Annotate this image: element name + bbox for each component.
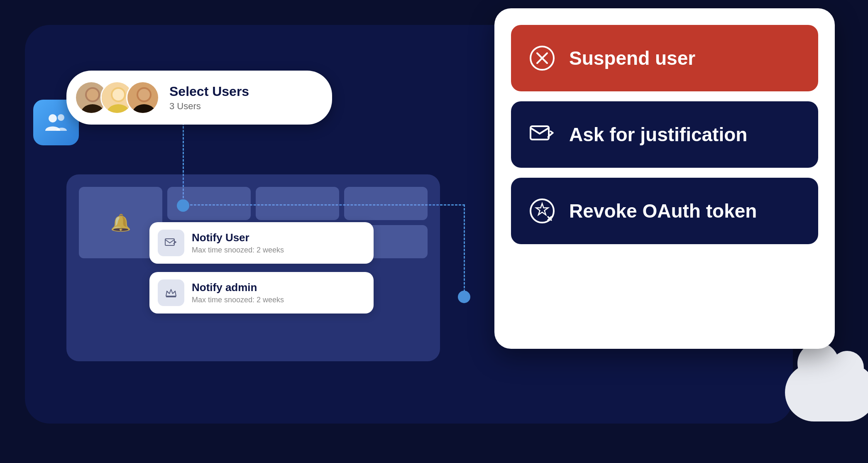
notify-admin-card[interactable]: Notify admin Max time snoozed: 2 weeks <box>149 272 374 314</box>
ask-justification-button[interactable]: Ask for justification <box>511 101 818 168</box>
svg-point-0 <box>49 114 57 122</box>
connector-line-vertical-right <box>464 204 465 296</box>
revoke-oauth-button[interactable]: Revoke OAuth token <box>511 178 818 244</box>
notify-user-icon-box <box>158 230 184 256</box>
email-arrow-icon <box>529 121 555 148</box>
star-x-icon <box>529 198 555 224</box>
svg-point-1 <box>58 114 64 121</box>
avatar-3 <box>126 81 159 114</box>
avatars-group <box>75 81 159 114</box>
select-users-text: Select Users 3 Users <box>169 84 249 112</box>
notify-user-text: Notify User Max time snoozed: 2 weeks <box>192 231 284 255</box>
notify-user-subtitle: Max time snoozed: 2 weeks <box>192 246 284 255</box>
svg-rect-14 <box>165 239 174 245</box>
select-users-title: Select Users <box>169 84 249 99</box>
connector-node-top <box>177 199 189 212</box>
panel-grid-item-3 <box>344 187 428 220</box>
svg-point-9 <box>112 89 124 100</box>
svg-rect-15 <box>166 296 176 297</box>
email-send-icon <box>164 236 178 250</box>
x-circle-icon <box>529 45 555 71</box>
connector-node-bottom <box>458 291 470 303</box>
select-users-card[interactable]: Select Users 3 Users <box>66 71 332 125</box>
svg-point-5 <box>87 89 98 100</box>
panel-grid-item-2 <box>256 187 339 220</box>
ask-justification-label: Ask for justification <box>569 123 747 146</box>
suspend-user-label: Suspend user <box>569 47 695 69</box>
cloud-shape <box>785 363 868 421</box>
revoke-oauth-label: Revoke OAuth token <box>569 200 757 222</box>
bell-icon: 🔔 <box>110 213 131 233</box>
actions-panel: Suspend user Ask for justification Revok… <box>494 8 835 349</box>
revoke-icon-wrapper <box>528 196 557 225</box>
notify-admin-icon-box <box>158 279 184 306</box>
select-users-subtitle: 3 Users <box>169 101 249 112</box>
svg-point-13 <box>138 89 150 100</box>
users-icon <box>44 110 68 135</box>
notify-admin-subtitle: Max time snoozed: 2 weeks <box>192 296 284 304</box>
suspend-user-button[interactable]: Suspend user <box>511 25 818 91</box>
notify-admin-title: Notify admin <box>192 281 284 294</box>
notify-user-card[interactable]: Notify User Max time snoozed: 2 weeks <box>149 222 374 264</box>
cloud-decoration <box>785 363 868 421</box>
crown-icon <box>164 286 178 299</box>
suspend-icon-wrapper <box>528 44 557 73</box>
notify-admin-text: Notify admin Max time snoozed: 2 weeks <box>192 281 284 304</box>
notify-user-title: Notify User <box>192 231 284 244</box>
justify-icon-wrapper <box>528 120 557 149</box>
notification-panel: 🔔 <box>66 174 440 361</box>
